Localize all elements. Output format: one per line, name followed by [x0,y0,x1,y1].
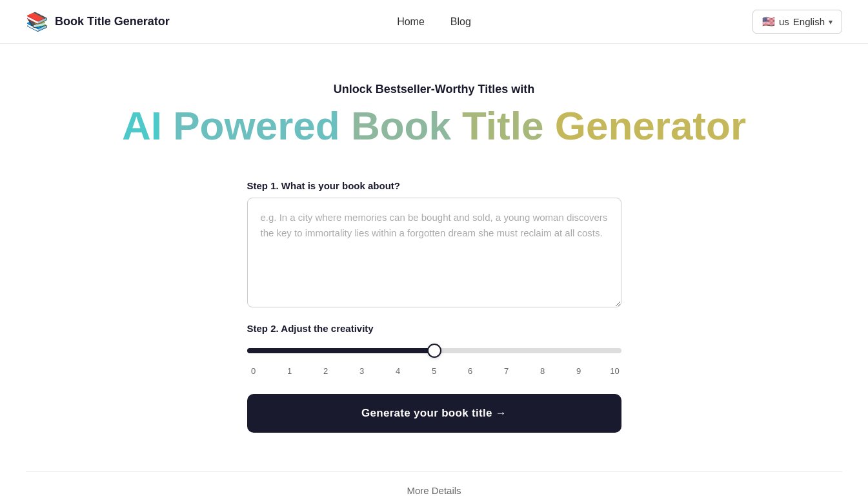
tick-0: 0 [247,366,260,376]
tick-2: 2 [319,366,332,376]
language-prefix: us [779,16,789,27]
hero-title-generator: Generator [555,103,746,148]
nav-blog[interactable]: Blog [450,16,471,28]
main-content: Unlock Bestseller-Worthy Titles with AI … [0,44,868,496]
tick-5: 5 [428,366,441,376]
tick-9: 9 [572,366,585,376]
hero-title: AI Powered Book Title Generator [122,104,746,148]
logo-area: 📚 Book Title Generator [26,11,170,32]
tick-1: 1 [283,366,296,376]
chevron-down-icon: ▾ [829,17,833,26]
creativity-slider-container [247,344,621,356]
step1-label: Step 1. What is your book about? [247,180,621,191]
tick-4: 4 [392,366,405,376]
flag-icon: 🇺🇸 [762,16,775,28]
tick-7: 7 [500,366,513,376]
hero-title-powered: Powered [173,103,339,148]
step2-label: Step 2. Adjust the creativity [247,323,621,334]
logo-text: Book Title Generator [55,15,170,28]
nav-home[interactable]: Home [397,16,425,28]
language-selector-button[interactable]: 🇺🇸 us English ▾ [752,10,842,34]
header: 📚 Book Title Generator Home Blog 🇺🇸 us E… [0,0,868,44]
hero-subtitle: Unlock Bestseller-Worthy Titles with [334,83,534,96]
hero-title-ai: AI [122,103,162,148]
more-details-section: More Details [26,471,842,496]
slider-ticks: 0 1 2 3 4 5 6 7 8 9 10 [247,366,621,376]
language-label: English [793,16,825,27]
main-nav: Home Blog [397,16,471,28]
logo-icon: 📚 [26,11,48,32]
tick-8: 8 [536,366,549,376]
more-details-label: More Details [407,485,461,496]
tick-10: 10 [609,366,621,376]
generate-button[interactable]: Generate your book title → [247,394,621,433]
book-description-textarea[interactable] [247,198,621,307]
tick-3: 3 [356,366,368,376]
creativity-slider[interactable] [247,348,621,353]
tick-6: 6 [464,366,477,376]
form-section: Step 1. What is your book about? Step 2.… [247,180,621,433]
hero-title-title: Title [462,103,543,148]
hero-title-book: Book [351,103,451,148]
